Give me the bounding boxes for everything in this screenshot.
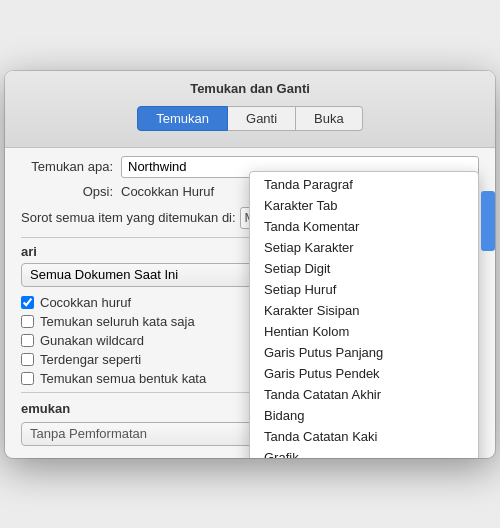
options-value: Cocokkan Huruf [121,184,214,199]
cocokkan-huruf-checkbox[interactable] [21,296,34,309]
dropdown-item-8[interactable]: Garis Putus Panjang [250,342,478,363]
highlight-label: Sorot semua item yang ditemukan di: [21,210,240,225]
options-label: Opsi: [21,184,121,199]
tabs: Temukan Ganti Buka [21,106,479,131]
tab-open[interactable]: Buka [296,106,363,131]
seluruh-kata-checkbox[interactable] [21,315,34,328]
dropdown-item-0[interactable]: Tanda Paragraf [250,174,478,195]
no-format-label: Tanpa Pemformatan [30,426,147,441]
semua-bentuk-checkbox[interactable] [21,372,34,385]
dropdown-item-6[interactable]: Karakter Sisipan [250,300,478,321]
dropdown-item-2[interactable]: Tanda Komentar [250,216,478,237]
wildcard-label: Gunakan wildcard [40,333,144,348]
find-replace-dialog: Temukan dan Ganti Temukan Ganti Buka Tem… [5,71,495,458]
special-dropdown-menu: Tanda Paragraf Karakter Tab Tanda Koment… [249,171,479,458]
semua-bentuk-label: Temukan semua bentuk kata [40,371,206,386]
cocokkan-huruf-label: Cocokkan huruf [40,295,131,310]
dropdown-item-3[interactable]: Setiap Karakter [250,237,478,258]
terdengar-label: Terdengar seperti [40,352,141,367]
dropdown-item-9[interactable]: Garis Putus Pendek [250,363,478,384]
title-bar: Temukan dan Ganti Temukan Ganti Buka [5,71,495,148]
seluruh-kata-label: Temukan seluruh kata saja [40,314,195,329]
terdengar-checkbox[interactable] [21,353,34,366]
dropdown-item-4[interactable]: Setiap Digit [250,258,478,279]
dropdown-item-12[interactable]: Tanda Catatan Kaki [250,426,478,447]
dropdown-item-11[interactable]: Bidang [250,405,478,426]
dropdown-item-1[interactable]: Karakter Tab [250,195,478,216]
wildcard-checkbox[interactable] [21,334,34,347]
dropdown-item-10[interactable]: Tanda Catatan Akhir [250,384,478,405]
dialog-title: Temukan dan Ganti [21,81,479,96]
dropdown-item-13[interactable]: Grafik [250,447,478,458]
scope-select-value: Semua Dokumen Saat Ini [30,267,178,282]
dropdown-item-5[interactable]: Setiap Huruf [250,279,478,300]
find-label: Temukan apa: [21,159,121,174]
tab-replace[interactable]: Ganti [228,106,296,131]
tab-find[interactable]: Temukan [137,106,228,131]
dropdown-item-7[interactable]: Hentian Kolom [250,321,478,342]
scrollbar-thumb[interactable] [481,191,495,251]
